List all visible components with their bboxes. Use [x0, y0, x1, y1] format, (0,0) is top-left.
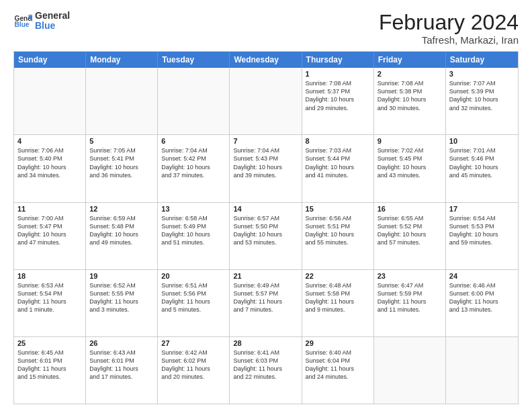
calendar-row-0: 1Sunrise: 7:08 AM Sunset: 5:37 PM Daylig…: [14, 68, 518, 135]
cal-cell-r3-c1: 19Sunrise: 6:52 AM Sunset: 5:55 PM Dayli…: [86, 270, 158, 336]
day-info: Sunrise: 6:59 AM Sunset: 5:48 PM Dayligh…: [89, 214, 154, 247]
day-info: Sunrise: 6:47 AM Sunset: 5:59 PM Dayligh…: [378, 281, 442, 314]
cal-cell-r4-c6: [446, 337, 518, 404]
cal-cell-r3-c2: 20Sunrise: 6:51 AM Sunset: 5:56 PM Dayli…: [158, 270, 230, 336]
cal-cell-r4-c2: 27Sunrise: 6:42 AM Sunset: 6:02 PM Dayli…: [158, 337, 230, 404]
day-number: 4: [17, 137, 82, 145]
day-number: 12: [89, 205, 154, 213]
day-number: 5: [89, 137, 154, 145]
day-info: Sunrise: 7:03 AM Sunset: 5:44 PM Dayligh…: [306, 146, 370, 179]
cal-cell-r0-c6: 3Sunrise: 7:07 AM Sunset: 5:39 PM Daylig…: [446, 68, 518, 134]
day-info: Sunrise: 6:56 AM Sunset: 5:51 PM Dayligh…: [306, 214, 370, 247]
day-number: 15: [306, 205, 370, 213]
cal-cell-r1-c0: 4Sunrise: 7:06 AM Sunset: 5:40 PM Daylig…: [14, 135, 86, 201]
header-sunday: Sunday: [14, 52, 86, 68]
cal-cell-r1-c1: 5Sunrise: 7:05 AM Sunset: 5:41 PM Daylig…: [86, 135, 158, 201]
header-friday: Friday: [374, 52, 446, 68]
cal-cell-r4-c0: 25Sunrise: 6:45 AM Sunset: 6:01 PM Dayli…: [14, 337, 86, 404]
day-info: Sunrise: 6:45 AM Sunset: 6:01 PM Dayligh…: [17, 349, 82, 381]
day-number: 24: [449, 272, 515, 280]
header-wednesday: Wednesday: [230, 52, 302, 68]
cal-cell-r3-c4: 22Sunrise: 6:48 AM Sunset: 5:58 PM Dayli…: [302, 270, 374, 336]
cal-cell-r0-c2: [158, 68, 230, 134]
cal-cell-r3-c0: 18Sunrise: 6:53 AM Sunset: 5:54 PM Dayli…: [14, 270, 86, 336]
day-info: Sunrise: 6:54 AM Sunset: 5:53 PM Dayligh…: [449, 214, 515, 247]
calendar-row-3: 18Sunrise: 6:53 AM Sunset: 5:54 PM Dayli…: [14, 270, 518, 337]
day-info: Sunrise: 7:07 AM Sunset: 5:39 PM Dayligh…: [449, 79, 515, 112]
cal-cell-r4-c5: [374, 337, 446, 404]
day-info: Sunrise: 7:06 AM Sunset: 5:40 PM Dayligh…: [17, 146, 82, 179]
location: Tafresh, Markazi, Iran: [379, 34, 519, 46]
day-number: 3: [449, 70, 515, 78]
day-number: 18: [17, 272, 82, 280]
day-info: Sunrise: 6:58 AM Sunset: 5:49 PM Dayligh…: [161, 214, 226, 247]
day-info: Sunrise: 6:52 AM Sunset: 5:55 PM Dayligh…: [89, 281, 154, 314]
day-number: 22: [306, 272, 370, 280]
day-info: Sunrise: 7:02 AM Sunset: 5:45 PM Dayligh…: [378, 146, 442, 179]
day-number: 23: [378, 272, 442, 280]
day-info: Sunrise: 7:04 AM Sunset: 5:42 PM Dayligh…: [161, 146, 226, 179]
day-info: Sunrise: 6:49 AM Sunset: 5:57 PM Dayligh…: [233, 281, 298, 314]
day-number: 29: [306, 339, 370, 347]
day-info: Sunrise: 6:40 AM Sunset: 6:04 PM Dayligh…: [306, 349, 370, 381]
cal-cell-r2-c0: 11Sunrise: 7:00 AM Sunset: 5:47 PM Dayli…: [14, 203, 86, 269]
day-info: Sunrise: 6:51 AM Sunset: 5:56 PM Dayligh…: [161, 281, 226, 314]
day-info: Sunrise: 7:08 AM Sunset: 5:37 PM Dayligh…: [306, 79, 370, 112]
cal-cell-r1-c6: 10Sunrise: 7:01 AM Sunset: 5:46 PM Dayli…: [446, 135, 518, 201]
day-number: 7: [233, 137, 298, 145]
cal-cell-r3-c3: 21Sunrise: 6:49 AM Sunset: 5:57 PM Dayli…: [230, 270, 302, 336]
title-block: February 2024 Tafresh, Markazi, Iran: [379, 11, 519, 46]
cal-cell-r4-c1: 26Sunrise: 6:43 AM Sunset: 6:01 PM Dayli…: [86, 337, 158, 404]
day-info: Sunrise: 6:43 AM Sunset: 6:01 PM Dayligh…: [89, 349, 154, 381]
header-saturday: Saturday: [446, 52, 518, 68]
day-info: Sunrise: 6:48 AM Sunset: 5:58 PM Dayligh…: [306, 281, 370, 314]
day-info: Sunrise: 7:01 AM Sunset: 5:46 PM Dayligh…: [449, 146, 515, 179]
page: General Blue General Blue February 2024 …: [0, 0, 532, 411]
cal-cell-r1-c2: 6Sunrise: 7:04 AM Sunset: 5:42 PM Daylig…: [158, 135, 230, 201]
calendar-header: Sunday Monday Tuesday Wednesday Thursday…: [14, 52, 518, 68]
cal-cell-r1-c4: 8Sunrise: 7:03 AM Sunset: 5:44 PM Daylig…: [302, 135, 374, 201]
header-thursday: Thursday: [302, 52, 374, 68]
day-info: Sunrise: 6:46 AM Sunset: 6:00 PM Dayligh…: [449, 281, 515, 314]
day-info: Sunrise: 7:05 AM Sunset: 5:41 PM Dayligh…: [89, 146, 154, 179]
cal-cell-r3-c5: 23Sunrise: 6:47 AM Sunset: 5:59 PM Dayli…: [374, 270, 446, 336]
cal-cell-r0-c5: 2Sunrise: 7:08 AM Sunset: 5:38 PM Daylig…: [374, 68, 446, 134]
cal-cell-r1-c3: 7Sunrise: 7:04 AM Sunset: 5:43 PM Daylig…: [230, 135, 302, 201]
header: General Blue General Blue February 2024 …: [13, 11, 519, 46]
day-info: Sunrise: 6:42 AM Sunset: 6:02 PM Dayligh…: [161, 349, 226, 381]
header-tuesday: Tuesday: [158, 52, 230, 68]
cal-cell-r2-c6: 17Sunrise: 6:54 AM Sunset: 5:53 PM Dayli…: [446, 203, 518, 269]
day-number: 28: [233, 339, 298, 347]
day-number: 14: [233, 205, 298, 213]
calendar-row-1: 4Sunrise: 7:06 AM Sunset: 5:40 PM Daylig…: [14, 135, 518, 202]
day-number: 16: [378, 205, 442, 213]
day-number: 8: [306, 137, 370, 145]
header-monday: Monday: [86, 52, 158, 68]
logo-icon: General Blue: [13, 11, 32, 30]
calendar-row-2: 11Sunrise: 7:00 AM Sunset: 5:47 PM Dayli…: [14, 203, 518, 270]
calendar-row-4: 25Sunrise: 6:45 AM Sunset: 6:01 PM Dayli…: [14, 337, 518, 404]
day-number: 19: [89, 272, 154, 280]
day-number: 9: [378, 137, 442, 145]
cal-cell-r0-c4: 1Sunrise: 7:08 AM Sunset: 5:37 PM Daylig…: [302, 68, 374, 134]
calendar: Sunday Monday Tuesday Wednesday Thursday…: [13, 51, 519, 404]
svg-text:Blue: Blue: [15, 21, 30, 29]
day-number: 26: [89, 339, 154, 347]
day-info: Sunrise: 6:41 AM Sunset: 6:03 PM Dayligh…: [233, 349, 298, 381]
cal-cell-r2-c3: 14Sunrise: 6:57 AM Sunset: 5:50 PM Dayli…: [230, 203, 302, 269]
logo-line2: Blue: [35, 21, 70, 31]
day-number: 17: [449, 205, 515, 213]
day-number: 2: [378, 70, 442, 78]
day-number: 11: [17, 205, 82, 213]
cal-cell-r4-c3: 28Sunrise: 6:41 AM Sunset: 6:03 PM Dayli…: [230, 337, 302, 404]
day-number: 21: [233, 272, 298, 280]
cal-cell-r0-c3: [230, 68, 302, 134]
cal-cell-r2-c2: 13Sunrise: 6:58 AM Sunset: 5:49 PM Dayli…: [158, 203, 230, 269]
day-info: Sunrise: 6:57 AM Sunset: 5:50 PM Dayligh…: [233, 214, 298, 247]
cal-cell-r2-c1: 12Sunrise: 6:59 AM Sunset: 5:48 PM Dayli…: [86, 203, 158, 269]
cal-cell-r2-c4: 15Sunrise: 6:56 AM Sunset: 5:51 PM Dayli…: [302, 203, 374, 269]
logo: General Blue General Blue: [13, 11, 70, 32]
cal-cell-r1-c5: 9Sunrise: 7:02 AM Sunset: 5:45 PM Daylig…: [374, 135, 446, 201]
day-info: Sunrise: 7:08 AM Sunset: 5:38 PM Dayligh…: [378, 79, 442, 112]
calendar-body: 1Sunrise: 7:08 AM Sunset: 5:37 PM Daylig…: [14, 68, 518, 404]
